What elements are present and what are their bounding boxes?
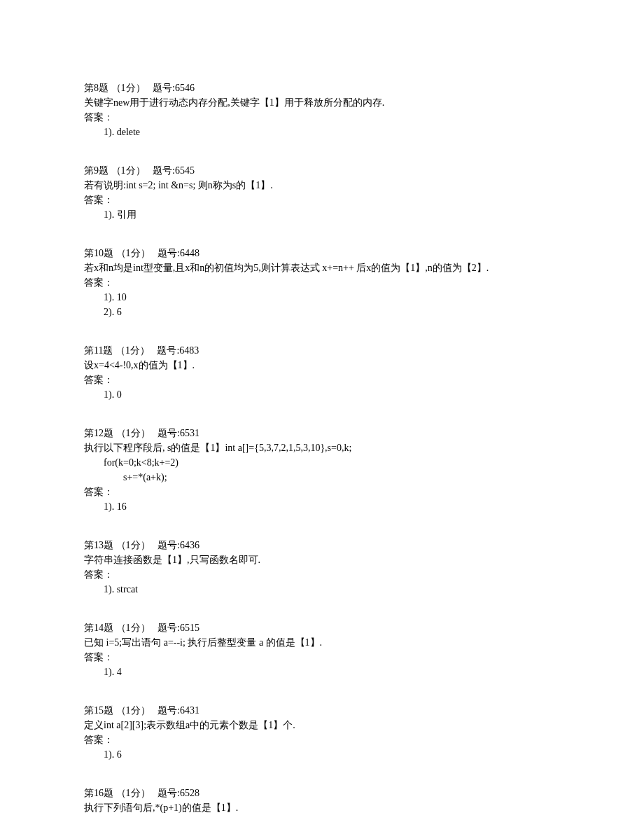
question-header: 第16题 （1分） 题号:6528 — [84, 786, 560, 800]
answer-label: 答案： — [84, 485, 560, 499]
question-body: 若x和n均是int型变量,且x和n的初值均为5,则计算表达式 x+=n++ 后x… — [84, 260, 560, 275]
answer-label: 答案： — [84, 373, 560, 387]
question-header: 第13题 （1分） 题号:6436 — [84, 538, 560, 552]
question-12: 第12题 （1分） 题号:6531 执行以下程序段后, s的值是【1】int a… — [84, 426, 560, 514]
answer-item: 1). 4 — [84, 665, 560, 679]
answer-item: 1). delete — [84, 125, 560, 139]
answer-label: 答案： — [84, 732, 560, 747]
question-15: 第15题 （1分） 题号:6431 定义int a[2][3];表示数组a中的元… — [84, 703, 560, 762]
answer-item: 1). 10 — [84, 290, 560, 305]
question-16: 第16题 （1分） 题号:6528 执行下列语句后,*(p+1)的值是【1】. — [84, 786, 560, 815]
code-line: for(k=0;k<8;k+=2) — [84, 455, 560, 470]
question-body: 定义int a[2][3];表示数组a中的元素个数是【1】个. — [84, 718, 560, 732]
question-header: 第8题 （1分） 题号:6546 — [84, 81, 560, 95]
code-line: s+=*(a+k); — [84, 470, 560, 485]
question-10: 第10题 （1分） 题号:6448 若x和n均是int型变量,且x和n的初值均为… — [84, 246, 560, 319]
question-body: 若有说明:int s=2; int &n=s; 则n称为s的【1】. — [84, 178, 560, 193]
question-body: 设x=4<4-!0,x的值为【1】. — [84, 358, 560, 373]
answer-label: 答案： — [84, 110, 560, 125]
answer-item: 1). strcat — [84, 582, 560, 597]
question-8: 第8题 （1分） 题号:6546 关键字new用于进行动态内存分配,关键字【1】… — [84, 81, 560, 139]
answer-item: 1). 6 — [84, 747, 560, 762]
answer-item: 1). 0 — [84, 387, 560, 402]
page-container: 第8题 （1分） 题号:6546 关键字new用于进行动态内存分配,关键字【1】… — [0, 0, 644, 834]
question-9: 第9题 （1分） 题号:6545 若有说明:int s=2; int &n=s;… — [84, 163, 560, 222]
answer-item: 1). 引用 — [84, 207, 560, 222]
answer-label: 答案： — [84, 193, 560, 207]
answer-item: 1). 16 — [84, 499, 560, 514]
question-header: 第15题 （1分） 题号:6431 — [84, 703, 560, 718]
question-13: 第13题 （1分） 题号:6436 字符串连接函数是【1】,只写函数名即可. 答… — [84, 538, 560, 597]
question-header: 第11题 （1分） 题号:6483 — [84, 343, 560, 358]
question-body: 字符串连接函数是【1】,只写函数名即可. — [84, 552, 560, 567]
question-14: 第14题 （1分） 题号:6515 已知 i=5;写出语句 a=--i; 执行后… — [84, 620, 560, 679]
question-body: 执行以下程序段后, s的值是【1】int a[]={5,3,7,2,1,5,3,… — [84, 440, 560, 455]
question-header: 第10题 （1分） 题号:6448 — [84, 246, 560, 260]
question-body: 已知 i=5;写出语句 a=--i; 执行后整型变量 a 的值是【1】. — [84, 635, 560, 650]
question-body: 执行下列语句后,*(p+1)的值是【1】. — [84, 800, 560, 815]
answer-label: 答案： — [84, 650, 560, 665]
question-11: 第11题 （1分） 题号:6483 设x=4<4-!0,x的值为【1】. 答案：… — [84, 343, 560, 402]
answer-label: 答案： — [84, 275, 560, 290]
answer-item: 2). 6 — [84, 305, 560, 319]
question-body: 关键字new用于进行动态内存分配,关键字【1】用于释放所分配的内存. — [84, 95, 560, 110]
answer-label: 答案： — [84, 567, 560, 582]
question-header: 第12题 （1分） 题号:6531 — [84, 426, 560, 440]
question-header: 第14题 （1分） 题号:6515 — [84, 620, 560, 635]
question-header: 第9题 （1分） 题号:6545 — [84, 163, 560, 178]
